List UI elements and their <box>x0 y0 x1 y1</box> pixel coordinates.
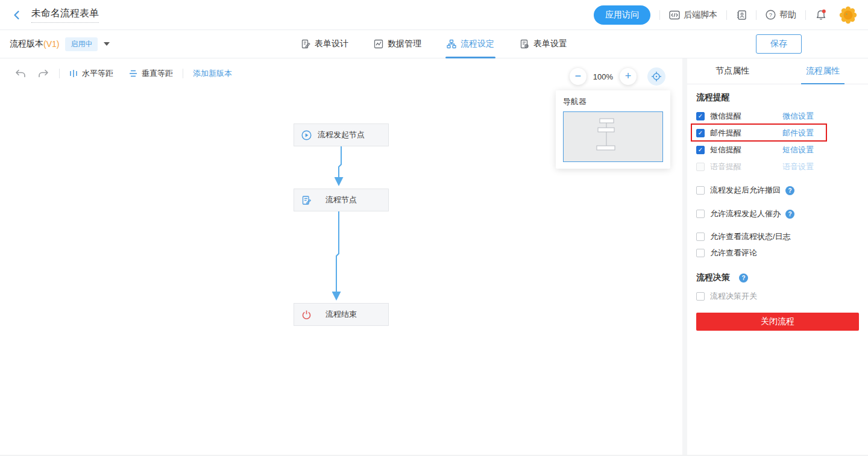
email-settings-link[interactable]: 邮件设置 <box>782 128 814 139</box>
divider <box>183 69 183 78</box>
node-flow-start[interactable]: 流程发起节点 <box>294 123 389 146</box>
module-tabs: 表单设计 数据管理 流程设定 表单设置 <box>301 30 567 58</box>
tab-form-design[interactable]: 表单设计 <box>301 30 348 58</box>
option-row-urge: 允许流程发起人催办 ? <box>696 208 859 219</box>
tab-data-management[interactable]: 数据管理 <box>374 30 421 58</box>
chevron-left-icon <box>11 10 22 20</box>
status-badge[interactable]: 启用中 <box>65 37 98 51</box>
canvas-zoom-controls: 100% <box>570 67 665 86</box>
redo-icon <box>38 69 49 78</box>
divider <box>805 10 806 20</box>
back-button[interactable] <box>11 9 23 21</box>
flower-avatar-icon <box>839 6 857 24</box>
reminder-label: 邮件提醒 <box>710 128 782 139</box>
reminder-row-voice: 语音提醒 语音设置 <box>696 158 859 175</box>
power-icon <box>301 310 312 320</box>
email-reminder-checkbox[interactable] <box>696 129 705 137</box>
minimap-graph <box>564 112 662 161</box>
form-design-icon <box>301 39 310 49</box>
divider <box>59 69 60 78</box>
reminder-rows: 微信提醒 微信设置 邮件提醒 邮件设置 短信提醒 短信设置 语音提醒 语音设置 <box>696 108 859 175</box>
allow-view-comments-checkbox[interactable] <box>696 249 705 257</box>
divider <box>659 10 660 20</box>
distribute-vertical-button[interactable]: 垂直等距 <box>129 68 173 79</box>
distribute-vertical-label: 垂直等距 <box>142 68 173 79</box>
canvas-toolbar-left: 水平等距 垂直等距 添加新版本 <box>14 68 232 79</box>
flow-settings-icon <box>447 39 456 49</box>
navigator-panel: 导航器 <box>556 90 670 169</box>
toolbar-row: 流程版本 (V1) 启用中 表单设计 数据管理 <box>0 30 868 58</box>
option-label: 允许查看评论 <box>710 248 757 258</box>
save-button[interactable]: 保存 <box>756 34 802 54</box>
option-label: 流程发起后允许撤回 <box>710 185 781 196</box>
tab-label: 表单设计 <box>315 39 348 49</box>
sms-settings-link[interactable]: 短信设置 <box>782 145 814 155</box>
tab-flow-settings[interactable]: 流程设定 <box>447 30 494 58</box>
decision-switch-checkbox[interactable] <box>696 292 705 301</box>
active-panel-tab-underline <box>801 83 844 84</box>
allow-urge-checkbox[interactable] <box>696 210 705 218</box>
version-label: 流程版本 <box>10 39 43 49</box>
tab-label: 表单设置 <box>533 39 567 49</box>
wechat-settings-link[interactable]: 微信设置 <box>782 111 814 122</box>
allow-view-status-checkbox[interactable] <box>696 233 705 241</box>
backend-script-button[interactable]: 后端脚本 <box>669 10 717 20</box>
distribute-horizontal-label: 水平等距 <box>82 68 113 79</box>
decision-section-label: 流程决策 <box>696 272 730 283</box>
locate-button[interactable] <box>647 67 665 86</box>
top-header: 未命名流程表单 应用访问 后端脚本 ? 帮助 <box>0 0 868 30</box>
close-flow-button[interactable]: 关闭流程 <box>696 313 859 331</box>
reminder-label: 微信提醒 <box>710 111 782 122</box>
svg-text:?: ? <box>769 11 772 18</box>
tab-node-properties[interactable]: 节点属性 <box>687 58 778 84</box>
locate-icon <box>651 71 662 82</box>
zoom-in-button[interactable] <box>620 68 637 85</box>
redo-button[interactable] <box>38 69 49 78</box>
option-label: 允许查看流程状态/日志 <box>710 231 791 242</box>
version-dropdown-caret[interactable] <box>104 42 110 46</box>
undo-button[interactable] <box>14 69 26 78</box>
wechat-reminder-checkbox[interactable] <box>696 112 705 120</box>
navigator-title: 导航器 <box>563 96 663 107</box>
app-access-button[interactable]: 应用访问 <box>594 5 650 25</box>
notification-button[interactable] <box>815 9 827 21</box>
address-book-icon <box>736 10 747 20</box>
code-icon <box>669 10 680 20</box>
panel-tabs: 节点属性 流程属性 <box>687 58 868 84</box>
sms-reminder-checkbox[interactable] <box>696 146 705 154</box>
page-title[interactable]: 未命名流程表单 <box>31 7 99 23</box>
node-flow-end[interactable]: 流程结束 <box>294 303 389 326</box>
play-icon <box>301 130 312 140</box>
panel-tab-label: 流程属性 <box>806 66 840 77</box>
reminder-label: 短信提醒 <box>710 145 782 155</box>
tab-flow-properties[interactable]: 流程属性 <box>778 58 868 84</box>
divider <box>756 10 756 20</box>
bell-icon <box>815 9 827 21</box>
distribute-horizontal-button[interactable]: 水平等距 <box>69 68 113 79</box>
allow-withdraw-checkbox[interactable] <box>696 186 705 195</box>
reminder-row-wechat: 微信提醒 微信设置 <box>696 108 859 125</box>
version-tag: (V1) <box>43 39 59 49</box>
help-icon[interactable]: ? <box>785 186 794 195</box>
contacts-button[interactable] <box>736 10 747 20</box>
reminder-section-title: 流程提醒 <box>696 92 859 103</box>
help-icon[interactable]: ? <box>785 210 794 219</box>
tab-form-settings[interactable]: 表单设置 <box>520 30 567 58</box>
navigator-minimap[interactable] <box>563 111 663 162</box>
add-version-link[interactable]: 添加新版本 <box>193 68 232 79</box>
panel-tab-label: 节点属性 <box>715 66 749 77</box>
distribute-horizontal-icon <box>69 69 78 78</box>
avatar[interactable] <box>839 6 857 24</box>
zoom-out-button[interactable] <box>570 68 587 85</box>
option-row-view-comments: 允许查看评论 <box>696 248 859 258</box>
flow-canvas[interactable]: 水平等距 垂直等距 添加新版本 100% <box>0 58 682 455</box>
voice-reminder-checkbox <box>696 163 705 171</box>
node-flow-step[interactable]: 流程节点 <box>294 189 389 211</box>
divider <box>726 10 727 20</box>
help-label: 帮助 <box>779 10 796 20</box>
help-icon[interactable]: ? <box>739 273 748 283</box>
form-settings-icon <box>520 39 529 49</box>
help-button[interactable]: ? 帮助 <box>766 10 796 20</box>
reminder-row-sms: 短信提醒 短信设置 <box>696 142 859 158</box>
form-icon <box>301 195 312 205</box>
